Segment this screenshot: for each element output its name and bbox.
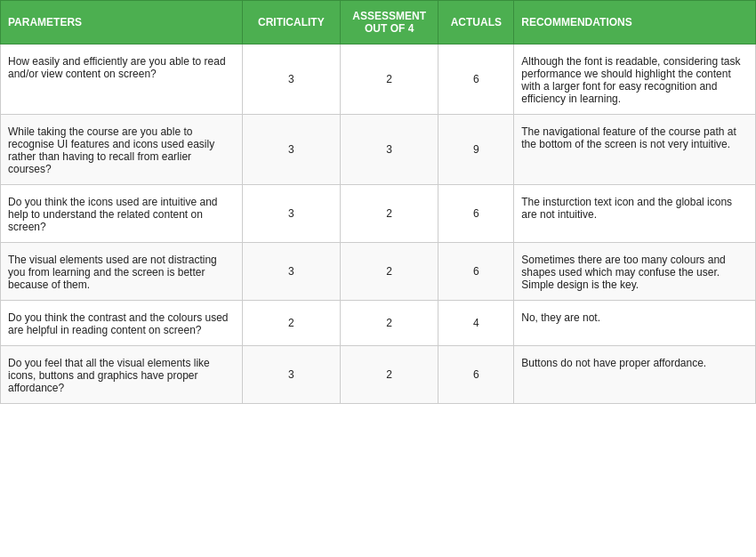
assessment-cell: 3 [341, 115, 438, 185]
header-assessment: ASSESSMENT OUT OF 4 [341, 1, 438, 44]
header-actuals: ACTUALS [438, 1, 514, 44]
recommendation-cell: Although the font is readable, consideri… [514, 44, 756, 115]
parameter-cell: The visual elements used are not distrac… [1, 243, 243, 301]
table-row: Do you feel that all the visual elements… [1, 346, 756, 404]
table-row: Do you think the contrast and the colour… [1, 301, 756, 346]
parameter-cell: Do you think the contrast and the colour… [1, 301, 243, 346]
evaluation-table: PARAMETERS CRITICALITY ASSESSMENT OUT OF… [0, 0, 756, 404]
recommendation-cell: Buttons do not have proper affordance. [514, 346, 756, 404]
recommendation-cell: The navigational feature of the course p… [514, 115, 756, 185]
criticality-cell: 2 [242, 301, 340, 346]
criticality-cell: 3 [242, 185, 340, 243]
actuals-cell: 6 [438, 44, 514, 115]
table-row: Do you think the icons used are intuitiv… [1, 185, 756, 243]
actuals-cell: 4 [438, 301, 514, 346]
header-parameters: PARAMETERS [1, 1, 243, 44]
criticality-cell: 3 [242, 243, 340, 301]
assessment-cell: 2 [341, 301, 438, 346]
parameter-cell: Do you feel that all the visual elements… [1, 346, 243, 404]
recommendation-cell: Sometimes there are too many colours and… [514, 243, 756, 301]
parameter-cell: While taking the course are you able to … [1, 115, 243, 185]
recommendation-cell: The insturction text icon and the global… [514, 185, 756, 243]
assessment-cell: 2 [341, 185, 438, 243]
assessment-cell: 2 [341, 44, 438, 115]
criticality-cell: 3 [242, 44, 340, 115]
criticality-cell: 3 [242, 115, 340, 185]
recommendation-cell: No, they are not. [514, 301, 756, 346]
table-row: The visual elements used are not distrac… [1, 243, 756, 301]
table-row: While taking the course are you able to … [1, 115, 756, 185]
assessment-cell: 2 [341, 243, 438, 301]
criticality-cell: 3 [242, 346, 340, 404]
actuals-cell: 6 [438, 346, 514, 404]
actuals-cell: 6 [438, 243, 514, 301]
actuals-cell: 9 [438, 115, 514, 185]
table-row: How easily and efficiently are you able … [1, 44, 756, 115]
header-recommendations: RECOMMENDATIONS [514, 1, 756, 44]
parameter-cell: Do you think the icons used are intuitiv… [1, 185, 243, 243]
header-criticality: CRITICALITY [242, 1, 340, 44]
actuals-cell: 6 [438, 185, 514, 243]
parameter-cell: How easily and efficiently are you able … [1, 44, 243, 115]
assessment-cell: 2 [341, 346, 438, 404]
